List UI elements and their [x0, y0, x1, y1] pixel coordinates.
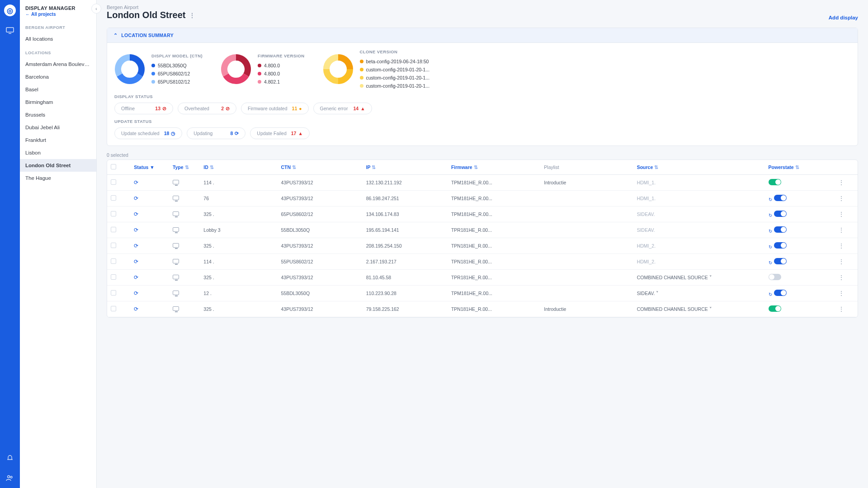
legend-dot-icon	[360, 76, 363, 80]
sidebar-item[interactable]: The Hague	[20, 172, 96, 184]
status-chip[interactable]: Generic error14 ▲	[313, 103, 372, 114]
row-actions-menu[interactable]: ⋮	[838, 226, 844, 234]
cell-source[interactable]: HDMI_1.	[633, 175, 765, 191]
column-header[interactable]: CTN ⇅	[277, 160, 362, 175]
column-header[interactable]: Source ⇅	[633, 160, 765, 175]
sidebar-item[interactable]: Brussels	[20, 108, 96, 121]
row-actions-menu[interactable]: ⋮	[838, 195, 844, 202]
row-checkbox[interactable]	[111, 258, 116, 264]
schedule-icon: ↻	[769, 213, 772, 218]
sidebar-item[interactable]: Amsterdam Arena Bouleva...	[20, 58, 96, 70]
table-row[interactable]: ⟳ 114 . 55PUS8602/12 2.167.193.217 TPN18…	[107, 254, 858, 270]
legend-item[interactable]: 4.800.0	[258, 63, 305, 68]
sidebar-item[interactable]: London Old Street	[20, 159, 96, 172]
cell-source[interactable]: HDMI_2.	[633, 238, 765, 254]
row-actions-menu[interactable]: ⋮	[838, 242, 844, 249]
cell-powerstate: ↻	[765, 286, 835, 301]
power-toggle[interactable]	[774, 195, 787, 201]
status-chip[interactable]: Firmware outdated11 ●	[241, 103, 309, 114]
back-all-projects-link[interactable]: ← All projects	[25, 12, 56, 17]
schedule-icon: ↻	[769, 197, 772, 202]
sidebar-item[interactable]: Birmingham	[20, 96, 96, 108]
power-toggle[interactable]	[774, 290, 787, 296]
power-toggle[interactable]	[774, 226, 787, 233]
row-checkbox[interactable]	[111, 274, 116, 280]
monitor-icon[interactable]	[5, 25, 15, 36]
sidebar-item[interactable]: Barcelona	[20, 70, 96, 83]
panel-header-toggle[interactable]: ⌃ LOCATION SUMMARY	[107, 28, 858, 43]
power-toggle[interactable]	[774, 258, 787, 264]
cell-source[interactable]: SIDEAV.	[633, 222, 765, 238]
power-toggle[interactable]	[769, 305, 781, 312]
cell-source[interactable]: COMBINED CHANNEL SOURCE ˅	[633, 270, 765, 286]
bell-icon[interactable]	[5, 453, 15, 464]
legend-item[interactable]: custom-config-2019-01-20-1...	[360, 75, 430, 80]
column-header[interactable]: Playlist	[540, 160, 633, 175]
row-checkbox[interactable]	[111, 211, 116, 216]
row-checkbox[interactable]	[111, 227, 116, 232]
legend-item[interactable]: 55BDL3050Q	[151, 63, 203, 68]
power-toggle[interactable]	[774, 242, 787, 249]
row-actions-menu[interactable]: ⋮	[838, 211, 844, 218]
table-row[interactable]: ⟳ Lobby 3 55BDL3050Q 195.65.194.141 TPR1…	[107, 222, 858, 238]
table-row[interactable]: ⟳ 325 . 65PUS8602/12 134.106.174.83 TPM1…	[107, 206, 858, 222]
power-toggle[interactable]	[769, 179, 781, 185]
table-row[interactable]: ⟳ 325 . 43PUS7393/12 79.158.225.162 TPN1…	[107, 301, 858, 317]
legend-item[interactable]: 4.802.1	[258, 79, 305, 84]
column-header[interactable]: Powerstate ⇅	[765, 160, 835, 175]
status-chip[interactable]: Update scheduled18 ◷	[114, 127, 182, 139]
legend-item[interactable]: custom-config-2019-01-20-1...	[360, 83, 430, 89]
sidebar-collapse-button[interactable]: ‹	[91, 4, 101, 14]
legend-item[interactable]: beta-config-2019-06-24-18:50	[360, 59, 430, 64]
cell-source[interactable]: SIDEAV. ˅	[633, 286, 765, 301]
cell-source[interactable]: HDMI_1.	[633, 191, 765, 206]
status-chip[interactable]: Update Failed17 ▲	[250, 127, 309, 139]
column-header[interactable]: IP ⇅	[363, 160, 448, 175]
chip-label: Generic error	[320, 106, 348, 111]
row-actions-menu[interactable]: ⋮	[838, 290, 844, 297]
row-checkbox[interactable]	[111, 306, 116, 311]
cell-source[interactable]: SIDEAV.	[633, 206, 765, 222]
sidebar-all-locations[interactable]: All locations	[20, 33, 96, 45]
sidebar-item[interactable]: Frankfurt	[20, 134, 96, 146]
svg-point-3	[10, 476, 12, 478]
power-toggle[interactable]	[769, 274, 781, 280]
cell-source[interactable]: COMBINED CHANNEL SOURCE ˅	[633, 301, 765, 317]
row-actions-menu[interactable]: ⋮	[838, 258, 844, 265]
status-chip[interactable]: Offline13 ⊘	[114, 103, 173, 114]
row-checkbox[interactable]	[111, 243, 116, 248]
column-header[interactable]: Type ⇅	[169, 160, 200, 175]
status-chip[interactable]: Overheated2 ⊘	[178, 103, 236, 114]
table-row[interactable]: ⟳ 325 . 43PUS7393/12 208.195.254.150 TPN…	[107, 238, 858, 254]
users-icon[interactable]	[5, 473, 15, 483]
row-checkbox[interactable]	[111, 195, 116, 201]
status-chip[interactable]: Updating8 ⟳	[187, 127, 245, 139]
select-all-checkbox[interactable]	[111, 164, 116, 169]
cell-source[interactable]: HDMI_2.	[633, 254, 765, 270]
column-header[interactable]: Firmware ⇅	[448, 160, 540, 175]
legend-item[interactable]: 65PUS8102/12	[151, 79, 203, 84]
sidebar-item[interactable]: Dubai Jebel Ali	[20, 121, 96, 134]
row-actions-menu[interactable]: ⋮	[838, 179, 844, 186]
table-row[interactable]: ⟳ 12 . 55BDL3050Q 110.223.90.28 TPM181HE…	[107, 286, 858, 301]
row-checkbox[interactable]	[111, 290, 116, 296]
power-toggle[interactable]	[774, 211, 787, 217]
column-header[interactable]: Status ▼	[130, 160, 169, 175]
legend-item[interactable]: custom-config-2019-01-20-1...	[360, 67, 430, 72]
legend-item[interactable]: 4.800.0	[258, 71, 305, 76]
column-header[interactable]: ID ⇅	[200, 160, 277, 175]
table-row[interactable]: ⟳ 76 43PUS7393/12 86.198.247.251 TPM181H…	[107, 191, 858, 206]
sidebar-item[interactable]: Basel	[20, 83, 96, 96]
add-display-button[interactable]: Add display	[829, 15, 858, 20]
row-actions-menu[interactable]: ⋮	[838, 274, 844, 281]
row-actions-menu[interactable]: ⋮	[838, 305, 844, 313]
table-row[interactable]: ⟳ 325 . 43PUS7393/12 81.10.45.58 TPR181H…	[107, 270, 858, 286]
legend-item[interactable]: 65PUS8602/12	[151, 71, 203, 76]
table-row[interactable]: ⟳ 114 . 43PUS7393/12 132.130.211.192 TPM…	[107, 175, 858, 191]
cell-ctn: 65PUS8602/12	[277, 206, 362, 222]
cell-firmware: TPR181HE_R.00...	[448, 270, 540, 286]
page-actions-menu[interactable]: ⋮	[189, 12, 195, 19]
row-checkbox[interactable]	[111, 179, 116, 185]
sidebar-item[interactable]: Lisbon	[20, 146, 96, 159]
brand-logo[interactable]: ◎	[4, 5, 16, 16]
